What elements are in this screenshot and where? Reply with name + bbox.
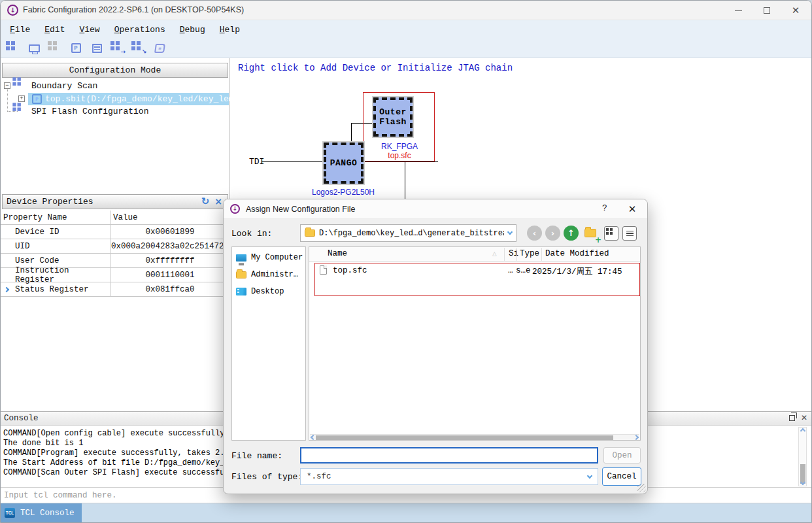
chevron-down-icon (587, 473, 592, 478)
scrollbar-thumb[interactable] (316, 435, 613, 440)
tree-item-spi-flash[interactable]: SPI Flash Configuration (31, 107, 148, 116)
dialog-close-button[interactable]: ✕ (624, 202, 641, 216)
chevron-down-icon (507, 229, 513, 235)
file-name-label: File name: (231, 451, 282, 461)
menu-help[interactable]: Help (217, 24, 243, 36)
file-date-cell: 2025/1/3/周五 17:45 (532, 266, 622, 277)
menu-view[interactable]: View (76, 24, 102, 36)
tdi-label: TDI (249, 157, 264, 167)
file-size-cell: … (508, 266, 513, 275)
cancel-button[interactable]: Cancel (602, 467, 641, 486)
table-row[interactable]: UID 0x000a2004283a02c251472… (1, 239, 229, 254)
menu-operations[interactable]: Operations (112, 24, 168, 36)
forward-button[interactable]: › (545, 226, 560, 241)
remove-device-icon[interactable]: ↘ (130, 41, 147, 56)
expand-toggle[interactable]: + (18, 95, 25, 102)
tree-guide-line (7, 88, 8, 112)
place-administrator[interactable]: Administr… (236, 270, 298, 279)
device-properties-title: Device Properties (7, 197, 93, 207)
place-my-computer[interactable]: My Computer (236, 253, 303, 262)
column-name[interactable]: Name (328, 249, 347, 258)
scroll-up-icon[interactable] (800, 428, 805, 433)
pango-chip[interactable]: PANGO (324, 143, 364, 184)
place-desktop[interactable]: Desktop (236, 287, 284, 296)
app-logo-icon: ↓ (7, 5, 18, 16)
tool-bar: P → ↘ ≡ (1, 39, 812, 58)
tree-item-boundary-scan[interactable]: Boundary Scan (31, 81, 97, 91)
close-panel-icon[interactable]: ✕ (801, 414, 807, 421)
icon-view-button[interactable] (604, 226, 618, 241)
desktop-icon (236, 288, 246, 295)
tree-guide-line (7, 111, 18, 112)
column-value: Value (110, 213, 229, 222)
column-type[interactable]: Type (520, 249, 539, 258)
close-button[interactable]: ✕ (781, 1, 810, 20)
pango-part-label: Logos2-PG2L50H (307, 188, 379, 197)
file-list-header: Name △ Si Type Date Modified (309, 247, 640, 262)
outer-flash-chip[interactable]: Outer Flash (373, 97, 413, 137)
device-properties-header: Device Properties ↻ × (2, 194, 228, 209)
table-row[interactable]: Instruction Register 0001110001 (1, 268, 229, 282)
console-title: Console (4, 414, 39, 423)
tab-tcl-console[interactable]: TCL TCL Console (1, 503, 82, 522)
scroll-left-icon[interactable] (311, 435, 316, 440)
program-device-icon[interactable]: P (67, 41, 84, 56)
window-title: Fabric Configuration 2022.2-SP6.1 (on DE… (23, 5, 244, 14)
panel-close-icon[interactable]: × (214, 197, 222, 207)
dialog-title: Assign New Configuration File (246, 205, 355, 214)
dialog-title-bar: ↓ Assign New Configuration File ? ✕ (224, 199, 647, 219)
detail-view-button[interactable] (622, 226, 637, 241)
files-of-type-label: Files of type: (231, 472, 303, 482)
file-name-input[interactable] (300, 447, 598, 464)
float-panel-icon[interactable] (789, 415, 795, 421)
maximize-button[interactable] (753, 1, 781, 20)
collapse-toggle[interactable]: − (4, 82, 10, 89)
table-row[interactable]: Status Register 0x081ffca0 (1, 282, 229, 297)
current-path: D:\fpga_demo\key_led…d\generate_bitstrea… (319, 229, 504, 238)
table-row[interactable]: Device ID 0x00601899 (1, 225, 229, 239)
menu-file[interactable]: File (7, 24, 33, 36)
diagram-hint-text: Right click to Add Device or Initialize … (238, 63, 513, 73)
dialog-logo-icon: ↓ (230, 204, 240, 214)
look-in-combobox[interactable]: D:\fpga_demo\key_led…d\generate_bitstrea… (300, 224, 516, 242)
minimize-button[interactable] (724, 1, 753, 20)
spi-flash-icon (18, 108, 22, 112)
plus-icon: + (595, 237, 601, 243)
file-list-horizontal-scrollbar[interactable] (310, 434, 639, 440)
bottom-tab-bar: TCL TCL Console (1, 503, 812, 523)
column-date-modified[interactable]: Date Modified (545, 249, 609, 258)
refresh-icon[interactable]: ↻ (201, 197, 210, 207)
configuration-mode-header: Configuration Mode (2, 63, 228, 78)
add-device-icon[interactable]: → (109, 41, 126, 56)
tree-item-top-sbit[interactable]: top.sbit(D:/fpga_demo/key_led/key_led/… (45, 94, 244, 104)
app-window: ↓ Fabric Configuration 2022.2-SP6.1 (on … (0, 0, 812, 523)
menu-debug[interactable]: Debug (177, 24, 208, 36)
look-in-label: Look in: (231, 229, 272, 239)
open-button[interactable]: Open (603, 447, 641, 464)
title-bar: ↓ Fabric Configuration 2022.2-SP6.1 (on … (1, 1, 812, 20)
console-vertical-scrollbar[interactable] (798, 427, 807, 486)
places-sidebar: My Computer Administr… Desktop (231, 246, 306, 441)
back-button[interactable]: ‹ (527, 226, 542, 241)
file-list: Name △ Si Type Date Modified top.sfc … s… (309, 246, 641, 441)
grid-icon (46, 41, 63, 56)
flash-wire-v (351, 123, 352, 143)
my-computer-icon (236, 254, 246, 262)
cable-detect-icon[interactable] (25, 41, 42, 56)
new-folder-button[interactable]: + (584, 226, 600, 241)
dialog-help-button[interactable]: ? (598, 203, 612, 216)
bitfile-chip-icon: P (32, 94, 42, 104)
folder-icon (236, 271, 246, 278)
read-registers-icon[interactable] (88, 41, 105, 56)
resize-grip[interactable] (637, 484, 646, 492)
up-directory-button[interactable]: ↑ (564, 226, 579, 241)
scan-chain-icon[interactable] (5, 41, 22, 56)
scroll-right-icon[interactable] (634, 435, 639, 440)
files-of-type-combobox[interactable]: *.sfc (300, 468, 598, 485)
tcl-input-placeholder: Input tcl command here. (4, 491, 117, 500)
device-properties-table: Property Name Value Device ID 0x00601899… (1, 211, 229, 297)
column-property-name: Property Name (1, 211, 110, 224)
menu-edit[interactable]: Edit (42, 24, 67, 36)
file-row-top-sfc[interactable]: top.sfc … s…e 2025/1/3/周五 17:45 (315, 265, 639, 278)
operation-log-icon[interactable]: ≡ (151, 41, 168, 56)
